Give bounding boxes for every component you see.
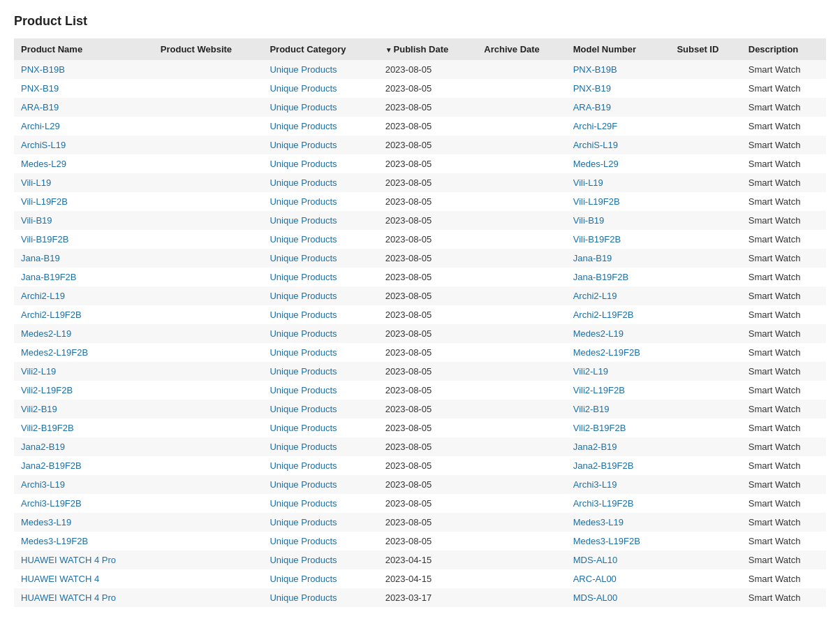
cell-subset-id bbox=[670, 362, 741, 381]
table-row: Jana-B19Unique Products2023-08-05Jana-B1… bbox=[14, 249, 826, 268]
cell-description: Smart Watch bbox=[742, 400, 826, 418]
cell-product-name: HUAWEI WATCH 4 bbox=[14, 569, 154, 588]
cell-product-name: Jana2-B19F2B bbox=[14, 456, 154, 475]
cell-model-number: Archi2-L19 bbox=[566, 286, 670, 305]
table-row: Medes3-L19F2BUnique Products2023-08-05Me… bbox=[14, 532, 826, 551]
cell-model-number: Vili2-B19 bbox=[566, 400, 670, 418]
page-title: Product List bbox=[14, 14, 826, 29]
col-header-product-name[interactable]: Product Name bbox=[14, 38, 154, 60]
cell-model-number: Medes2-L19 bbox=[566, 324, 670, 343]
cell-subset-id bbox=[670, 551, 741, 569]
product-table: Product Name Product Website Product Cat… bbox=[14, 38, 826, 607]
cell-product-category: Unique Products bbox=[263, 494, 378, 513]
cell-publish-date: 2023-04-15 bbox=[378, 569, 478, 588]
cell-model-number: Vili-L19 bbox=[566, 173, 670, 192]
cell-subset-id bbox=[670, 98, 741, 117]
col-header-subset-id[interactable]: Subset ID bbox=[670, 38, 741, 60]
cell-publish-date: 2023-08-05 bbox=[378, 268, 478, 286]
cell-archive-date bbox=[477, 249, 566, 268]
cell-description: Smart Watch bbox=[742, 173, 826, 192]
col-header-archive-date[interactable]: Archive Date bbox=[477, 38, 566, 60]
cell-product-website bbox=[154, 117, 263, 136]
table-row: Vili2-B19Unique Products2023-08-05Vili2-… bbox=[14, 400, 826, 418]
cell-description: Smart Watch bbox=[742, 79, 826, 98]
cell-product-category: Unique Products bbox=[263, 117, 378, 136]
cell-subset-id bbox=[670, 173, 741, 192]
table-row: Vili2-L19F2BUnique Products2023-08-05Vil… bbox=[14, 381, 826, 400]
cell-subset-id bbox=[670, 532, 741, 551]
cell-product-website bbox=[154, 324, 263, 343]
cell-publish-date: 2023-08-05 bbox=[378, 173, 478, 192]
cell-product-category: Unique Products bbox=[263, 268, 378, 286]
cell-subset-id bbox=[670, 400, 741, 418]
table-row: PNX-B19BUnique Products2023-08-05PNX-B19… bbox=[14, 60, 826, 79]
cell-product-category: Unique Products bbox=[263, 60, 378, 79]
cell-publish-date: 2023-08-05 bbox=[378, 192, 478, 211]
cell-product-website bbox=[154, 286, 263, 305]
cell-archive-date bbox=[477, 79, 566, 98]
cell-publish-date: 2023-08-05 bbox=[378, 343, 478, 362]
cell-description: Smart Watch bbox=[742, 456, 826, 475]
cell-product-name: Jana2-B19 bbox=[14, 437, 154, 456]
table-row: Archi3-L19Unique Products2023-08-05Archi… bbox=[14, 475, 826, 494]
cell-description: Smart Watch bbox=[742, 381, 826, 400]
cell-description: Smart Watch bbox=[742, 343, 826, 362]
table-row: PNX-B19Unique Products2023-08-05PNX-B19S… bbox=[14, 79, 826, 98]
cell-publish-date: 2023-08-05 bbox=[378, 418, 478, 437]
cell-model-number: Archi-L29F bbox=[566, 117, 670, 136]
cell-description: Smart Watch bbox=[742, 532, 826, 551]
cell-archive-date bbox=[477, 437, 566, 456]
cell-product-name: Archi2-L19F2B bbox=[14, 305, 154, 324]
cell-archive-date bbox=[477, 154, 566, 173]
cell-product-category: Unique Products bbox=[263, 418, 378, 437]
cell-description: Smart Watch bbox=[742, 588, 826, 607]
cell-description: Smart Watch bbox=[742, 211, 826, 230]
cell-product-category: Unique Products bbox=[263, 381, 378, 400]
cell-archive-date bbox=[477, 230, 566, 249]
table-row: Archi2-L19Unique Products2023-08-05Archi… bbox=[14, 286, 826, 305]
cell-product-category: Unique Products bbox=[263, 230, 378, 249]
cell-product-website bbox=[154, 569, 263, 588]
cell-model-number: ARA-B19 bbox=[566, 98, 670, 117]
cell-description: Smart Watch bbox=[742, 437, 826, 456]
table-row: ArchiS-L19Unique Products2023-08-05Archi… bbox=[14, 136, 826, 154]
cell-subset-id bbox=[670, 588, 741, 607]
cell-archive-date bbox=[477, 551, 566, 569]
cell-publish-date: 2023-08-05 bbox=[378, 494, 478, 513]
cell-product-name: Medes2-L19F2B bbox=[14, 343, 154, 362]
table-row: Archi2-L19F2BUnique Products2023-08-05Ar… bbox=[14, 305, 826, 324]
col-header-publish-date[interactable]: ▼Publish Date bbox=[378, 38, 478, 60]
cell-model-number: Vili2-L19F2B bbox=[566, 381, 670, 400]
cell-product-category: Unique Products bbox=[263, 173, 378, 192]
cell-publish-date: 2023-08-05 bbox=[378, 98, 478, 117]
cell-product-name: Vili-B19F2B bbox=[14, 230, 154, 249]
cell-product-name: Vili2-L19 bbox=[14, 362, 154, 381]
cell-product-category: Unique Products bbox=[263, 192, 378, 211]
cell-model-number: Archi3-L19 bbox=[566, 475, 670, 494]
cell-product-category: Unique Products bbox=[263, 305, 378, 324]
cell-product-website bbox=[154, 60, 263, 79]
cell-description: Smart Watch bbox=[742, 513, 826, 532]
col-header-description[interactable]: Description bbox=[742, 38, 826, 60]
cell-product-name: Vili2-B19F2B bbox=[14, 418, 154, 437]
cell-product-category: Unique Products bbox=[263, 79, 378, 98]
cell-subset-id bbox=[670, 230, 741, 249]
cell-publish-date: 2023-08-05 bbox=[378, 211, 478, 230]
cell-subset-id bbox=[670, 305, 741, 324]
table-row: Vili-L19Unique Products2023-08-05Vili-L1… bbox=[14, 173, 826, 192]
cell-subset-id bbox=[670, 494, 741, 513]
cell-product-category: Unique Products bbox=[263, 249, 378, 268]
cell-product-category: Unique Products bbox=[263, 98, 378, 117]
cell-product-website bbox=[154, 211, 263, 230]
col-header-product-website[interactable]: Product Website bbox=[154, 38, 263, 60]
cell-product-website bbox=[154, 494, 263, 513]
cell-model-number: MDS-AL00 bbox=[566, 588, 670, 607]
col-header-model-number[interactable]: Model Number bbox=[566, 38, 670, 60]
cell-description: Smart Watch bbox=[742, 117, 826, 136]
cell-model-number: Medes3-L19 bbox=[566, 513, 670, 532]
cell-archive-date bbox=[477, 136, 566, 154]
cell-archive-date bbox=[477, 475, 566, 494]
col-header-product-category[interactable]: Product Category bbox=[263, 38, 378, 60]
cell-product-name: Vili-L19 bbox=[14, 173, 154, 192]
cell-archive-date bbox=[477, 513, 566, 532]
